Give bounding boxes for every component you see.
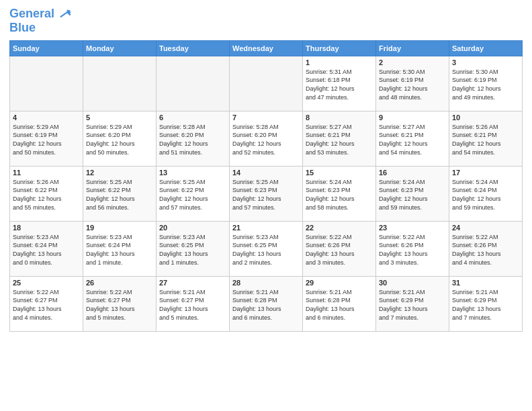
day-info: Sunrise: 5:22 AMSunset: 6:26 PMDaylight:… — [452, 233, 519, 267]
day-info: Sunrise: 5:21 AMSunset: 6:28 PMDaylight:… — [306, 288, 373, 322]
calendar-cell: 13Sunrise: 5:25 AMSunset: 6:22 PMDayligh… — [157, 166, 230, 221]
day-number: 26 — [86, 279, 153, 287]
calendar-cell: 22Sunrise: 5:22 AMSunset: 6:26 PMDayligh… — [303, 221, 376, 276]
calendar-week-row: 11Sunrise: 5:26 AMSunset: 6:22 PMDayligh… — [10, 166, 523, 221]
logo: General Blue — [9, 7, 71, 35]
logo-text: General — [9, 7, 54, 21]
day-number: 27 — [159, 279, 226, 287]
day-number: 19 — [86, 224, 153, 232]
calendar-week-row: 4Sunrise: 5:29 AMSunset: 6:19 PMDaylight… — [10, 111, 523, 166]
day-number: 6 — [159, 113, 226, 122]
calendar-table: SundayMondayTuesdayWednesdayThursdayFrid… — [9, 40, 523, 332]
day-number: 5 — [86, 113, 153, 122]
day-info: Sunrise: 5:24 AMSunset: 6:24 PMDaylight:… — [452, 178, 519, 212]
day-info: Sunrise: 5:27 AMSunset: 6:21 PMDaylight:… — [379, 123, 446, 156]
calendar-cell: 5Sunrise: 5:29 AMSunset: 6:20 PMDaylight… — [83, 111, 157, 166]
day-number: 18 — [13, 224, 80, 232]
calendar-week-row: 25Sunrise: 5:22 AMSunset: 6:27 PMDayligh… — [10, 276, 523, 331]
day-info: Sunrise: 5:30 AMSunset: 6:19 PMDaylight:… — [379, 68, 446, 101]
day-number: 1 — [306, 58, 373, 66]
calendar-cell: 11Sunrise: 5:26 AMSunset: 6:22 PMDayligh… — [10, 166, 83, 221]
calendar-cell: 6Sunrise: 5:28 AMSunset: 6:20 PMDaylight… — [157, 111, 230, 166]
day-info: Sunrise: 5:26 AMSunset: 6:21 PMDaylight:… — [452, 123, 519, 156]
day-info: Sunrise: 5:29 AMSunset: 6:19 PMDaylight:… — [13, 123, 80, 156]
calendar-cell: 20Sunrise: 5:23 AMSunset: 6:25 PMDayligh… — [157, 221, 230, 276]
day-info: Sunrise: 5:25 AMSunset: 6:23 PMDaylight:… — [232, 178, 300, 212]
day-number: 13 — [159, 169, 226, 177]
day-number: 12 — [86, 169, 153, 177]
calendar-cell: 16Sunrise: 5:24 AMSunset: 6:23 PMDayligh… — [376, 166, 449, 221]
day-info: Sunrise: 5:22 AMSunset: 6:27 PMDaylight:… — [86, 288, 153, 322]
calendar-cell — [10, 56, 83, 111]
weekday-header-sunday: Sunday — [10, 40, 83, 56]
day-info: Sunrise: 5:29 AMSunset: 6:20 PMDaylight:… — [86, 123, 153, 156]
day-number: 25 — [13, 279, 80, 287]
weekday-header-friday: Friday — [376, 40, 449, 56]
calendar-cell: 1Sunrise: 5:31 AMSunset: 6:18 PMDaylight… — [303, 56, 376, 111]
calendar-cell: 24Sunrise: 5:22 AMSunset: 6:26 PMDayligh… — [449, 221, 523, 276]
day-number: 31 — [452, 279, 519, 287]
day-number: 2 — [379, 58, 446, 66]
calendar-cell: 25Sunrise: 5:22 AMSunset: 6:27 PMDayligh… — [10, 276, 83, 331]
calendar-cell: 7Sunrise: 5:28 AMSunset: 6:20 PMDaylight… — [230, 111, 303, 166]
logo-blue: Blue — [9, 21, 36, 35]
day-number: 9 — [379, 113, 446, 122]
day-number: 7 — [232, 113, 300, 122]
day-info: Sunrise: 5:31 AMSunset: 6:18 PMDaylight:… — [306, 68, 373, 101]
day-info: Sunrise: 5:26 AMSunset: 6:22 PMDaylight:… — [13, 178, 80, 212]
logo-icon — [56, 7, 71, 21]
day-number: 21 — [232, 224, 300, 232]
weekday-header-row: SundayMondayTuesdayWednesdayThursdayFrid… — [10, 40, 523, 56]
day-number: 8 — [306, 113, 373, 122]
calendar-cell: 12Sunrise: 5:25 AMSunset: 6:22 PMDayligh… — [83, 166, 157, 221]
calendar-cell — [83, 56, 157, 111]
day-info: Sunrise: 5:22 AMSunset: 6:26 PMDaylight:… — [379, 233, 446, 267]
calendar-cell: 19Sunrise: 5:23 AMSunset: 6:24 PMDayligh… — [83, 221, 157, 276]
day-number: 20 — [159, 224, 226, 232]
day-info: Sunrise: 5:21 AMSunset: 6:29 PMDaylight:… — [452, 288, 519, 322]
day-info: Sunrise: 5:27 AMSunset: 6:21 PMDaylight:… — [306, 123, 373, 156]
weekday-header-thursday: Thursday — [303, 40, 376, 56]
day-info: Sunrise: 5:23 AMSunset: 6:24 PMDaylight:… — [13, 233, 80, 267]
day-number: 14 — [232, 169, 300, 177]
day-info: Sunrise: 5:21 AMSunset: 6:28 PMDaylight:… — [232, 288, 300, 322]
day-info: Sunrise: 5:21 AMSunset: 6:27 PMDaylight:… — [159, 288, 226, 322]
day-info: Sunrise: 5:22 AMSunset: 6:27 PMDaylight:… — [13, 288, 80, 322]
day-info: Sunrise: 5:23 AMSunset: 6:25 PMDaylight:… — [232, 233, 300, 267]
day-number: 29 — [306, 279, 373, 287]
day-info: Sunrise: 5:23 AMSunset: 6:25 PMDaylight:… — [159, 233, 226, 267]
day-number: 10 — [452, 113, 519, 122]
weekday-header-saturday: Saturday — [449, 40, 523, 56]
weekday-header-monday: Monday — [83, 40, 157, 56]
calendar-cell: 30Sunrise: 5:21 AMSunset: 6:29 PMDayligh… — [376, 276, 449, 331]
calendar-cell: 3Sunrise: 5:30 AMSunset: 6:19 PMDaylight… — [449, 56, 523, 111]
day-number: 30 — [379, 279, 446, 287]
day-number: 28 — [232, 279, 300, 287]
calendar-cell: 18Sunrise: 5:23 AMSunset: 6:24 PMDayligh… — [10, 221, 83, 276]
calendar-cell: 27Sunrise: 5:21 AMSunset: 6:27 PMDayligh… — [157, 276, 230, 331]
calendar-week-row: 1Sunrise: 5:31 AMSunset: 6:18 PMDaylight… — [10, 56, 523, 111]
calendar-cell: 28Sunrise: 5:21 AMSunset: 6:28 PMDayligh… — [230, 276, 303, 331]
calendar-cell: 10Sunrise: 5:26 AMSunset: 6:21 PMDayligh… — [449, 111, 523, 166]
day-info: Sunrise: 5:23 AMSunset: 6:24 PMDaylight:… — [86, 233, 153, 267]
day-number: 15 — [306, 169, 373, 177]
weekday-header-wednesday: Wednesday — [230, 40, 303, 56]
day-number: 17 — [452, 169, 519, 177]
header: General Blue — [9, 7, 523, 35]
day-info: Sunrise: 5:21 AMSunset: 6:29 PMDaylight:… — [379, 288, 446, 322]
day-info: Sunrise: 5:30 AMSunset: 6:19 PMDaylight:… — [452, 68, 519, 101]
day-info: Sunrise: 5:28 AMSunset: 6:20 PMDaylight:… — [232, 123, 300, 156]
logo-general: General — [9, 7, 54, 20]
day-info: Sunrise: 5:28 AMSunset: 6:20 PMDaylight:… — [159, 123, 226, 156]
calendar-cell: 8Sunrise: 5:27 AMSunset: 6:21 PMDaylight… — [303, 111, 376, 166]
calendar-cell: 31Sunrise: 5:21 AMSunset: 6:29 PMDayligh… — [449, 276, 523, 331]
calendar-cell: 29Sunrise: 5:21 AMSunset: 6:28 PMDayligh… — [303, 276, 376, 331]
calendar-cell — [157, 56, 230, 111]
day-info: Sunrise: 5:25 AMSunset: 6:22 PMDaylight:… — [86, 178, 153, 212]
calendar-cell: 9Sunrise: 5:27 AMSunset: 6:21 PMDaylight… — [376, 111, 449, 166]
calendar-cell: 15Sunrise: 5:24 AMSunset: 6:23 PMDayligh… — [303, 166, 376, 221]
calendar-cell: 4Sunrise: 5:29 AMSunset: 6:19 PMDaylight… — [10, 111, 83, 166]
calendar-cell: 17Sunrise: 5:24 AMSunset: 6:24 PMDayligh… — [449, 166, 523, 221]
day-info: Sunrise: 5:22 AMSunset: 6:26 PMDaylight:… — [306, 233, 373, 267]
calendar-week-row: 18Sunrise: 5:23 AMSunset: 6:24 PMDayligh… — [10, 221, 523, 276]
